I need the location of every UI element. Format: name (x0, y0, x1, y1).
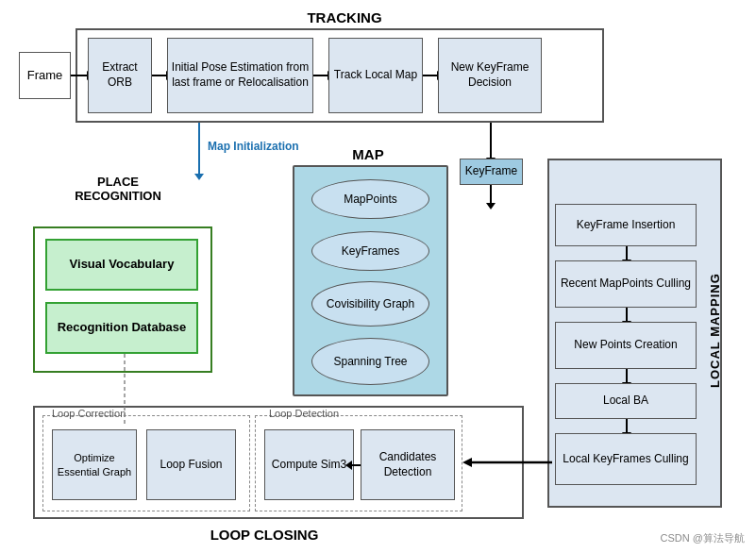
recent-mp-culling-box: Recent MapPoints Culling (555, 260, 697, 308)
recog-db-box: Recognition Database (45, 302, 198, 354)
svg-marker-1 (462, 458, 472, 467)
place-recognition-label: PLACERECOGNITION (28, 175, 208, 203)
arrow-kf-insertion (490, 185, 492, 204)
map-points-ellipse: MapPoints (311, 179, 429, 219)
map-init-arrow (198, 123, 200, 175)
loop-detection-label: Loop Detection (269, 408, 339, 419)
arrow-kf-ins-recent (626, 246, 628, 260)
arrow-kf-decision-down (490, 123, 492, 159)
new-keyframe-box: New KeyFrame Decision (438, 38, 542, 113)
track-local-map-box: Track Local Map (328, 38, 423, 113)
local-kf-culling-box: Local KeyFrames Culling (555, 433, 697, 485)
arrow-frame-orb (71, 75, 88, 76)
extract-orb-box: Extract ORB (88, 38, 152, 113)
arrow-track-kf (423, 75, 438, 76)
visual-vocab-box: Visual Vocabulary (45, 239, 198, 291)
arrow-cand-sim3 (351, 464, 361, 466)
kf-insertion-box: KeyFrame Insertion (555, 204, 697, 246)
map-init-label: Map Initialization (208, 140, 299, 153)
local-ba-box: Local BA (555, 383, 697, 419)
arrow-localba-culling (626, 419, 628, 433)
arrow-orb-pose (152, 75, 167, 76)
map-label: MAP (311, 146, 425, 162)
arrow-recent-newpoints (626, 308, 628, 322)
spanning-tree-ellipse: Spanning Tree (311, 338, 429, 385)
candidates-box: Candidates Detection (361, 429, 455, 500)
frame-box: Frame (19, 52, 71, 99)
diagram: TRACKING Frame Extract ORB Initial Pose … (0, 0, 756, 553)
tracking-label: TRACKING (146, 9, 543, 25)
compute-sim3-box: Compute Sim3 (264, 429, 354, 500)
arrow-pose-track (313, 75, 328, 76)
covisibility-ellipse: Covisibility Graph (311, 281, 429, 327)
watermark: CSDN @算法导航 (661, 531, 745, 545)
initial-pose-box: Initial Pose Estimation from last frame … (167, 38, 313, 113)
loop-correction-label: Loop Correction (52, 408, 126, 419)
optimize-graph-box: Optimize Essential Graph (52, 429, 137, 500)
arrow-candidates-left (462, 453, 557, 472)
loop-closing-label: LOOP CLOSING (170, 527, 359, 543)
keyframes-ellipse: KeyFrames (311, 231, 429, 271)
keyframe-box: KeyFrame (460, 159, 523, 185)
local-mapping-label: LOCAL MAPPING (708, 189, 722, 472)
arrow-recogdb-down (123, 354, 126, 429)
new-points-box: New Points Creation (555, 322, 697, 369)
arrow-newpoints-localba (626, 369, 628, 383)
loop-fusion-box: Loop Fusion (146, 429, 236, 500)
